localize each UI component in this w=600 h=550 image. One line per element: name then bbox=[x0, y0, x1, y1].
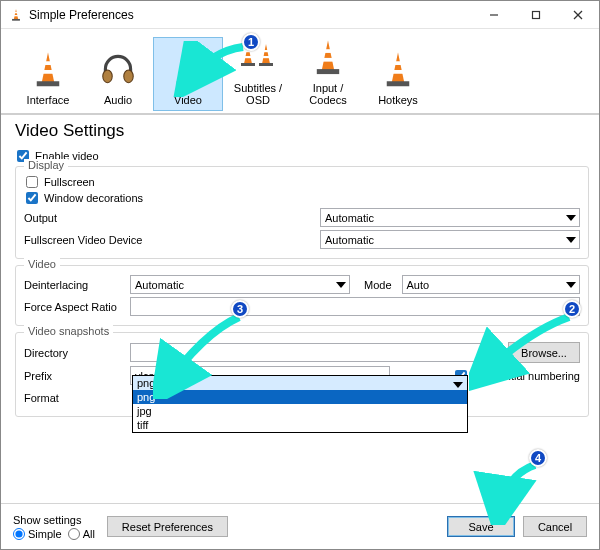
vlc-cone-icon bbox=[9, 8, 23, 22]
cancel-button[interactable]: Cancel bbox=[523, 516, 587, 537]
chevron-down-icon bbox=[566, 278, 576, 292]
svg-marker-35 bbox=[566, 237, 576, 243]
category-label: Audio bbox=[104, 94, 132, 110]
category-label: Video bbox=[174, 94, 202, 110]
minimize-button[interactable] bbox=[473, 1, 515, 29]
svg-rect-15 bbox=[184, 61, 193, 65]
fs-device-value: Automatic bbox=[325, 234, 374, 246]
category-label: Interface bbox=[27, 94, 70, 110]
svg-rect-1 bbox=[14, 11, 17, 12]
category-toolbar: Interface Audio Video Subtitles / OSD In… bbox=[1, 29, 599, 115]
close-button[interactable] bbox=[557, 1, 599, 29]
vlc-cone-icon bbox=[308, 38, 348, 78]
svg-rect-29 bbox=[317, 69, 339, 74]
category-subtitles[interactable]: Subtitles / OSD bbox=[223, 37, 293, 111]
deinterlacing-value: Automatic bbox=[135, 279, 184, 291]
chevron-down-icon bbox=[566, 233, 576, 247]
svg-rect-32 bbox=[393, 70, 404, 74]
group-display-title: Display bbox=[24, 159, 68, 171]
prefix-label: Prefix bbox=[24, 370, 122, 382]
mode-select[interactable]: Auto bbox=[402, 275, 580, 294]
show-settings-label: Show settings bbox=[13, 514, 95, 526]
svg-marker-30 bbox=[392, 52, 405, 82]
category-hotkeys[interactable]: Hotkeys bbox=[363, 37, 433, 111]
mode-label: Mode bbox=[358, 279, 394, 291]
vlc-cone-icon bbox=[378, 50, 418, 90]
sequential-numbering-checkbox[interactable]: Sequential numbering bbox=[455, 370, 580, 382]
svg-rect-21 bbox=[241, 63, 255, 66]
browse-button[interactable]: Browse... bbox=[508, 342, 580, 363]
chevron-down-icon bbox=[566, 211, 576, 225]
svg-rect-25 bbox=[259, 63, 273, 66]
svg-rect-2 bbox=[14, 15, 18, 16]
window-decorations-input[interactable] bbox=[26, 192, 38, 204]
svg-marker-26 bbox=[322, 40, 334, 70]
group-video: Video Deinterlacing Automatic Mode Auto … bbox=[15, 265, 589, 326]
svg-rect-33 bbox=[387, 81, 410, 86]
svg-point-12 bbox=[103, 70, 112, 83]
bottom-bar: Show settings Simple All Reset Preferenc… bbox=[1, 503, 599, 549]
format-selected-text: png bbox=[137, 377, 155, 389]
category-input-codecs[interactable]: Input / Codecs bbox=[293, 37, 363, 111]
category-audio[interactable]: Audio bbox=[83, 37, 153, 111]
show-all-radio[interactable]: All bbox=[68, 528, 95, 540]
sequential-label: Sequential numbering bbox=[473, 370, 580, 382]
category-video[interactable]: Video bbox=[153, 37, 223, 111]
annotation-2: 2 bbox=[563, 300, 581, 318]
svg-marker-22 bbox=[262, 44, 270, 64]
svg-rect-11 bbox=[37, 81, 60, 86]
annotation-1: 1 bbox=[242, 33, 260, 51]
fullscreen-label: Fullscreen bbox=[44, 176, 95, 188]
window-title: Simple Preferences bbox=[29, 8, 134, 22]
show-simple-input[interactable] bbox=[13, 528, 25, 540]
fullscreen-checkbox[interactable]: Fullscreen bbox=[26, 176, 580, 188]
svg-marker-38 bbox=[453, 382, 463, 388]
titlebar: Simple Preferences bbox=[1, 1, 599, 29]
svg-rect-27 bbox=[324, 49, 333, 53]
format-option-tiff[interactable]: tiff bbox=[133, 418, 467, 432]
enable-video-checkbox[interactable]: Enable video bbox=[17, 150, 589, 162]
group-video-title: Video bbox=[24, 258, 60, 270]
maximize-button[interactable] bbox=[515, 1, 557, 29]
force-aspect-input[interactable] bbox=[130, 297, 580, 316]
category-label: Input / Codecs bbox=[294, 82, 362, 110]
category-interface[interactable]: Interface bbox=[13, 37, 83, 111]
svg-marker-0 bbox=[14, 8, 18, 19]
vlc-cone-icon bbox=[28, 50, 68, 90]
format-option-jpg[interactable]: jpg bbox=[133, 404, 467, 418]
deinterlacing-label: Deinterlacing bbox=[24, 279, 122, 291]
svg-rect-3 bbox=[12, 18, 20, 20]
window-decorations-checkbox[interactable]: Window decorations bbox=[26, 192, 580, 204]
output-value: Automatic bbox=[325, 212, 374, 224]
page-title: Video Settings bbox=[1, 115, 599, 145]
format-option-png[interactable]: png bbox=[133, 390, 467, 404]
format-dropdown-open[interactable]: png png jpg tiff bbox=[132, 375, 468, 433]
force-aspect-label: Force Aspect Ratio bbox=[24, 301, 122, 313]
show-simple-radio[interactable]: Simple bbox=[13, 528, 62, 540]
svg-rect-28 bbox=[323, 58, 334, 62]
svg-marker-36 bbox=[336, 282, 346, 288]
svg-rect-17 bbox=[177, 81, 200, 86]
svg-point-13 bbox=[124, 70, 133, 83]
save-button[interactable]: Save bbox=[447, 516, 515, 537]
reset-preferences-button[interactable]: Reset Preferences bbox=[107, 516, 228, 537]
show-all-input[interactable] bbox=[68, 528, 80, 540]
chevron-down-icon bbox=[453, 379, 463, 391]
fs-device-select[interactable]: Automatic bbox=[320, 230, 580, 249]
window-decorations-label: Window decorations bbox=[44, 192, 143, 204]
svg-marker-34 bbox=[566, 215, 576, 221]
output-select[interactable]: Automatic bbox=[320, 208, 580, 227]
svg-marker-8 bbox=[42, 52, 55, 82]
category-label: Subtitles / OSD bbox=[224, 82, 292, 110]
svg-rect-23 bbox=[263, 50, 269, 52]
format-selected-value[interactable]: png bbox=[133, 376, 467, 390]
deinterlacing-select[interactable]: Automatic bbox=[130, 275, 350, 294]
svg-rect-20 bbox=[244, 56, 251, 58]
chevron-down-icon bbox=[336, 278, 346, 292]
directory-label: Directory bbox=[24, 347, 122, 359]
fullscreen-input[interactable] bbox=[26, 176, 38, 188]
svg-marker-37 bbox=[566, 282, 576, 288]
directory-input[interactable] bbox=[130, 343, 500, 362]
annotation-3: 3 bbox=[231, 300, 249, 318]
mode-value: Auto bbox=[407, 279, 430, 291]
